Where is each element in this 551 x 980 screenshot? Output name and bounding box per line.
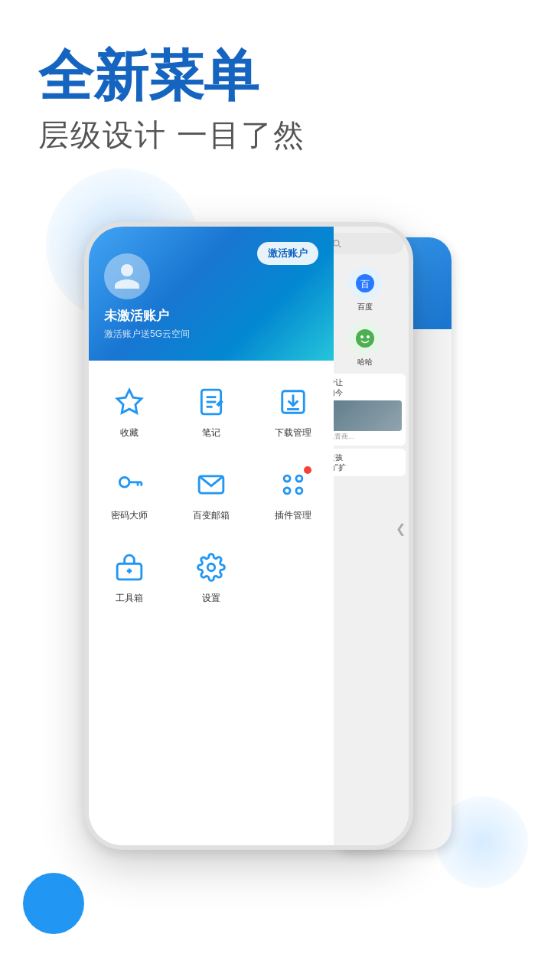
downloads-icon-wrap xyxy=(275,384,311,420)
news-text-2: 女孩助"扩 xyxy=(328,452,402,472)
drawer-panel: 激活账户 未激活账户 激活账户送5G云空间 收藏 xyxy=(89,227,334,845)
search-bar[interactable] xyxy=(325,233,404,254)
news-text-1: 曾让如今 xyxy=(328,377,402,397)
phone-screen: 激活账户 未激活账户 激活账户送5G云空间 收藏 xyxy=(89,227,409,845)
svg-point-15 xyxy=(284,488,290,494)
bg-decoration-bottom-left xyxy=(23,873,84,934)
svg-point-8 xyxy=(120,478,130,488)
menu-item-settings[interactable]: 设置 xyxy=(171,534,253,616)
menu-item-toolbox[interactable]: 工具箱 xyxy=(89,534,171,616)
title-main: 全新菜单 xyxy=(38,46,305,106)
title-sub: 层级设计 一目了然 xyxy=(38,114,305,156)
mail-label: 百变邮箱 xyxy=(193,509,230,522)
menu-item-notes[interactable]: 笔记 xyxy=(171,368,253,451)
toolbox-label: 工具箱 xyxy=(116,592,143,605)
chevron-icon[interactable]: ❮ xyxy=(396,521,406,536)
downloads-label: 下载管理 xyxy=(275,426,311,439)
menu-grid: 收藏 笔记 xyxy=(89,361,334,624)
favorites-label: 收藏 xyxy=(120,426,139,439)
news-source-1: 北青商... xyxy=(328,433,402,442)
svg-point-16 xyxy=(296,488,302,494)
password-icon-wrap xyxy=(111,466,148,503)
toolbox-icon-wrap xyxy=(111,549,148,586)
baidu-label: 百度 xyxy=(357,302,373,312)
notes-label: 笔记 xyxy=(202,426,220,439)
user-desc: 激活账户送5G云空间 xyxy=(104,328,318,341)
settings-icon-wrap xyxy=(193,549,230,586)
svg-point-25 xyxy=(367,335,370,338)
svg-marker-0 xyxy=(117,390,142,413)
menu-item-favorites[interactable]: 收藏 xyxy=(89,368,171,451)
phone-mockup: 激活账户 未激活账户 激活账户送5G云空间 收藏 xyxy=(84,222,413,850)
news-item-1[interactable]: 曾让如今 北青商... xyxy=(324,374,406,446)
svg-point-24 xyxy=(360,335,364,338)
header-section: 全新菜单 层级设计 一目了然 xyxy=(38,46,305,156)
right-panel: 百 百度 哈哈 曾让如今 xyxy=(321,227,409,845)
user-avatar xyxy=(104,253,150,299)
svg-text:百: 百 xyxy=(360,279,370,289)
svg-point-20 xyxy=(207,564,215,571)
news-item-2[interactable]: 女孩助"扩 xyxy=(324,449,406,476)
svg-point-13 xyxy=(284,475,290,482)
plugins-icon-wrap xyxy=(275,466,311,503)
tab-baidu[interactable]: 百 百度 xyxy=(321,260,409,315)
mail-icon-wrap xyxy=(193,466,230,503)
plugins-label: 插件管理 xyxy=(275,509,311,522)
notes-icon-wrap xyxy=(193,384,230,420)
drawer-header: 激活账户 未激活账户 激活账户送5G云空间 xyxy=(89,227,334,361)
menu-item-password[interactable]: 密码大师 xyxy=(89,451,171,534)
svg-point-14 xyxy=(296,475,302,482)
menu-item-downloads[interactable]: 下载管理 xyxy=(252,368,334,451)
baidu-icon: 百 xyxy=(348,266,382,300)
settings-label: 设置 xyxy=(202,592,220,605)
user-name: 未激活账户 xyxy=(104,307,318,325)
svg-point-23 xyxy=(356,329,374,348)
favorites-icon-wrap xyxy=(111,384,148,420)
password-label: 密码大师 xyxy=(111,509,148,522)
menu-item-mail[interactable]: 百变邮箱 xyxy=(171,451,253,534)
haha-icon xyxy=(348,322,382,355)
haha-label: 哈哈 xyxy=(357,357,373,368)
news-thumb-1 xyxy=(328,400,402,431)
activate-button[interactable]: 激活账户 xyxy=(257,242,318,265)
menu-item-plugins[interactable]: 插件管理 xyxy=(252,451,334,534)
tab-haha[interactable]: 哈哈 xyxy=(321,315,409,371)
plugins-badge xyxy=(304,466,311,474)
